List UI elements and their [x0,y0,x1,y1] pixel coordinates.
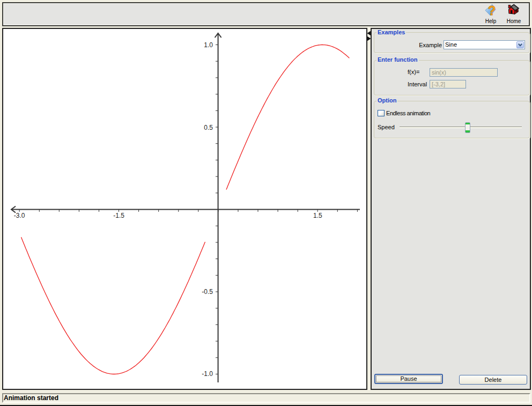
svg-text:0.5: 0.5 [204,124,213,131]
svg-text:-3.0: -3.0 [14,212,25,219]
svg-text:1.0: 1.0 [204,41,213,49]
svg-text:1.5: 1.5 [313,212,322,219]
svg-text:-1.0: -1.0 [202,370,213,378]
svg-text:-0.5: -0.5 [202,288,213,296]
svg-text:-1.5: -1.5 [113,212,124,219]
svg-text:?: ? [488,3,496,18]
